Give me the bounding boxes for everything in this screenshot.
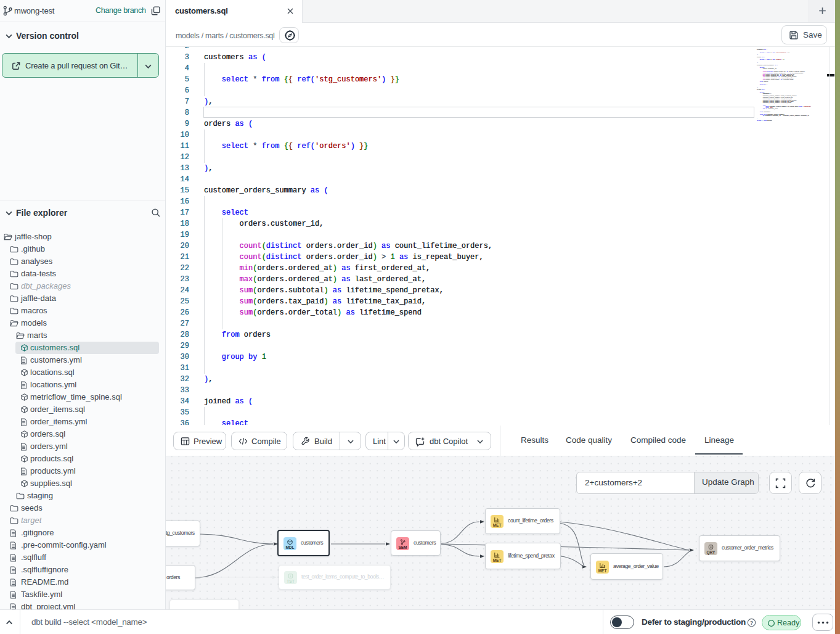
- svg-text:?: ?: [750, 620, 753, 626]
